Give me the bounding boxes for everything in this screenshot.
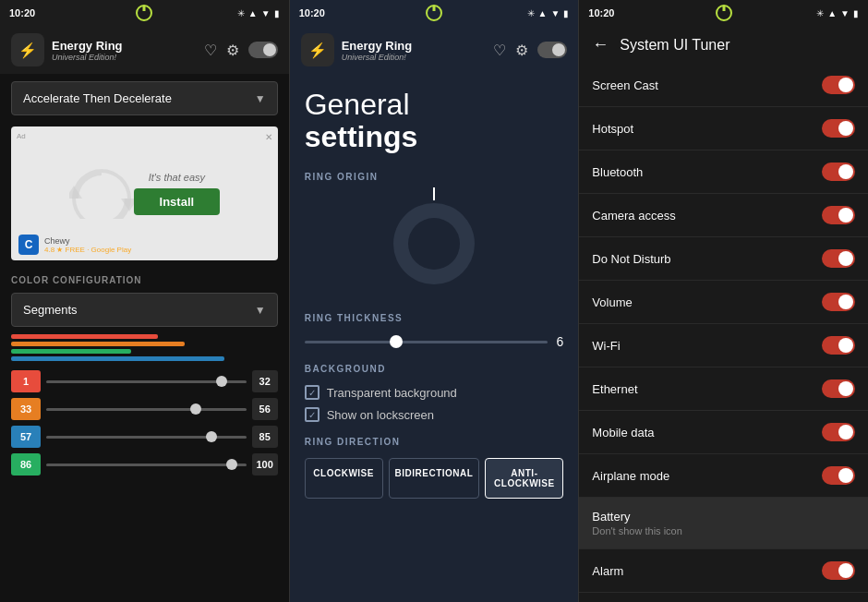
background-section: BACKGROUND Transparent background Show o… <box>305 364 564 422</box>
back-button[interactable]: ← <box>592 35 609 54</box>
animation-dropdown[interactable]: Accelerate Then Decelerate ▼ <box>11 81 278 115</box>
color-dropdown[interactable]: Segments ▼ <box>11 293 278 327</box>
status-bar-2: 10:20 ✳ ▲ ▼ ▮ <box>290 0 579 26</box>
ad-logo: C <box>18 235 39 255</box>
tuner-toggle-volume[interactable] <box>822 293 855 311</box>
tuner-toggle-wifi[interactable] <box>822 336 855 355</box>
ring-origin-container <box>305 193 564 295</box>
main-toggle-1[interactable] <box>248 42 278 58</box>
bluetooth-icon-1: ✳ <box>237 8 245 18</box>
battery-icon-1: ▮ <box>274 8 280 18</box>
ring-thickness-section: RING THICKNESS 6 <box>305 313 564 349</box>
tuner-item-battery: Battery Don't show this icon <box>579 498 868 549</box>
panel-general-settings: 10:20 ✳ ▲ ▼ ▮ ⚡ Energy Ring Universal Ed… <box>290 0 580 602</box>
dir-anticlockwise[interactable]: ANTI-CLOCKWISE <box>485 458 563 499</box>
general-title-line2: settings <box>305 121 564 153</box>
wifi-icon-1: ▲ <box>248 8 258 18</box>
tuner-toggle-bluetooth[interactable] <box>822 163 855 181</box>
app-header-2: ⚡ Energy Ring Universal Edition! ♡ ⚙ <box>290 26 579 74</box>
app-subtitle-1: Universal Edition! <box>52 53 123 62</box>
signal-icon-2: ▼ <box>550 8 560 18</box>
panel-system-ui-tuner: 10:20 ✳ ▲ ▼ ▮ ← System UI Tuner Screen C… <box>579 0 868 602</box>
color-bar-orange <box>11 342 185 346</box>
app-icon-1: ⚡ <box>11 33 44 66</box>
color-bar-green <box>11 356 224 361</box>
general-title-line1: General <box>305 88 410 121</box>
main-toggle-2[interactable] <box>537 42 567 58</box>
app-header-right-1: ♡ ⚙ <box>204 42 278 59</box>
ad-install-button[interactable]: Install <box>134 188 221 215</box>
tuner-toggle-hotspot[interactable] <box>822 119 855 138</box>
app-title-1: Energy Ring Universal Edition! <box>52 39 123 62</box>
tuner-item-screencast: Screen Cast <box>579 64 868 107</box>
tuner-toggle-dnd[interactable] <box>822 249 855 268</box>
tuner-toggle-ethernet[interactable] <box>822 379 855 398</box>
tuner-toggle-screencast[interactable] <box>822 76 855 94</box>
seg-label-4: 86 <box>11 453 41 476</box>
seg-value-1: 32 <box>252 370 278 392</box>
direction-label: RING DIRECTION <box>305 437 564 447</box>
app-subtitle-2: Universal Edition! <box>342 53 413 62</box>
tuner-item-volume: Volume <box>579 281 868 324</box>
wifi-icon-3: ▲ <box>827 8 837 18</box>
status-bar-1: 10:20 ✳ ▲ ▼ ▮ <box>0 0 289 26</box>
status-icons-2: ✳ ▲ ▼ ▮ <box>527 8 570 18</box>
signal-icon-1: ▼ <box>261 8 271 18</box>
signal-icon-3: ▼ <box>840 8 850 18</box>
ad-close-icon[interactable]: ✕ <box>265 132 272 142</box>
app-icon-2: ⚡ <box>301 33 334 66</box>
seg-value-4: 100 <box>252 453 278 476</box>
segment-row-3: 57 85 <box>11 426 278 448</box>
ring-thickness-label: RING THICKNESS <box>305 313 564 323</box>
favorite-icon-2[interactable]: ♡ <box>493 42 506 59</box>
panel2-content: General settings RING ORIGIN RING THICKN… <box>290 74 579 602</box>
ad-footer: C Chewy 4.8 ★ FREE · Google Play <box>18 235 131 255</box>
dir-bidirectional[interactable]: BIDIRECTIONAL <box>389 458 480 499</box>
color-section-label: COLOR CONFIGURATION <box>11 275 278 285</box>
settings-icon-2[interactable]: ⚙ <box>515 42 528 59</box>
ad-text-area: It's that easy Install <box>134 172 221 215</box>
ad-label: Ad <box>17 132 26 140</box>
battery-ring-indicator-1 <box>136 5 152 21</box>
seg-slider-2[interactable] <box>46 408 247 411</box>
tuner-list: Screen Cast Hotspot Bluetooth Camera acc… <box>579 64 868 596</box>
tuner-toggle-camera[interactable] <box>822 206 855 224</box>
tuner-toggle-alarm[interactable] <box>822 561 855 580</box>
bluetooth-icon-3: ✳ <box>816 8 824 18</box>
lockscreen-checkbox[interactable] <box>305 407 319 422</box>
color-bars <box>11 334 278 361</box>
favorite-icon-1[interactable]: ♡ <box>204 42 217 59</box>
tuner-toggle-airplane[interactable] <box>822 466 855 485</box>
app-header-1: ⚡ Energy Ring Universal Edition! ♡ ⚙ <box>0 26 289 74</box>
tuner-title: System UI Tuner <box>620 37 729 54</box>
thickness-slider[interactable] <box>305 341 548 343</box>
battery-icon-2: ▮ <box>563 8 569 18</box>
tuner-item-camera: Camera access <box>579 194 868 237</box>
thickness-slider-row: 6 <box>305 334 564 349</box>
seg-label-1: 1 <box>11 370 41 392</box>
app-name-2: Energy Ring <box>342 39 413 53</box>
donut-ring[interactable] <box>383 193 485 295</box>
status-icons-3: ✳ ▲ ▼ ▮ <box>816 8 859 18</box>
tuner-item-hotspot: Hotspot <box>579 107 868 150</box>
tuner-header: ← System UI Tuner <box>579 26 868 64</box>
transparent-bg-label: Transparent background <box>327 386 457 400</box>
seg-value-2: 56 <box>252 398 278 420</box>
dir-clockwise[interactable]: CLOCKWISE <box>305 458 383 499</box>
seg-slider-3[interactable] <box>46 436 247 439</box>
panel1-content: Accelerate Then Decelerate ▼ Ad ✕ It's t… <box>0 74 289 602</box>
seg-label-3: 57 <box>11 426 41 448</box>
seg-value-3: 85 <box>252 426 278 448</box>
seg-slider-4[interactable] <box>46 464 247 466</box>
tuner-toggle-mobile[interactable] <box>822 423 855 441</box>
color-dropdown-arrow: ▼ <box>255 304 266 317</box>
transparent-bg-checkbox[interactable] <box>305 385 319 400</box>
seg-slider-1[interactable] <box>46 380 247 383</box>
color-dropdown-value: Segments <box>23 303 78 317</box>
background-label: BACKGROUND <box>305 364 564 374</box>
svg-point-1 <box>408 218 460 270</box>
time-3: 10:20 <box>588 7 614 18</box>
wifi-icon-2: ▲ <box>538 8 548 18</box>
settings-icon-1[interactable]: ⚙ <box>226 42 239 59</box>
direction-buttons: CLOCKWISE BIDIRECTIONAL ANTI-CLOCKWISE <box>305 458 564 499</box>
